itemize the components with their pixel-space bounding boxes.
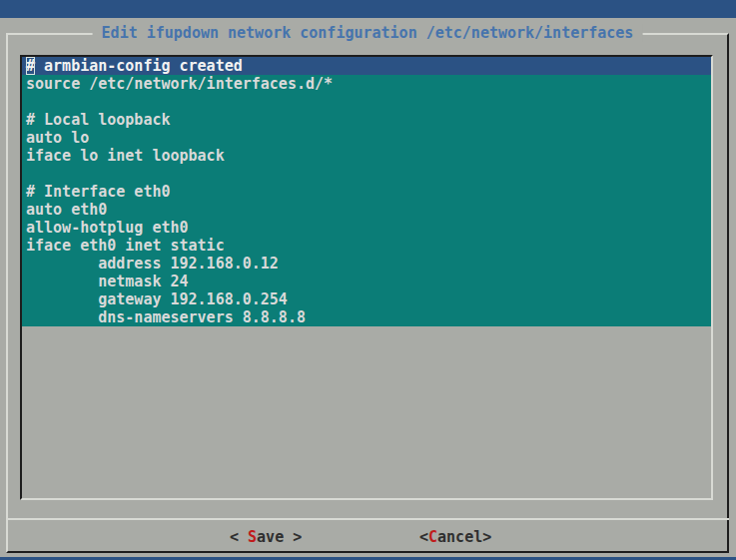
save-button-pre: <	[230, 528, 248, 546]
config-text-editor[interactable]: # armbian-config createdsource /etc/netw…	[20, 55, 713, 500]
dialog-title: Edit ifupdown network configuration /etc…	[93, 24, 643, 42]
save-button[interactable]: < Save >	[230, 528, 302, 546]
editor-lines: # armbian-config createdsource /etc/netw…	[22, 57, 711, 326]
editor-line[interactable]: auto lo	[22, 129, 711, 147]
desktop-top-bar	[0, 0, 736, 18]
text-cursor: #	[26, 57, 35, 75]
editor-line[interactable]: auto eth0	[22, 201, 711, 219]
save-button-post: ave >	[257, 528, 302, 546]
button-row-separator	[6, 518, 729, 520]
editor-line[interactable]: address 192.168.0.12	[22, 255, 711, 273]
cancel-button-accel: C	[428, 528, 437, 546]
cancel-button-post: ancel>	[437, 528, 491, 546]
editor-line[interactable]: netmask 24	[22, 273, 711, 290]
editor-line[interactable]: iface lo inet loopback	[22, 147, 711, 165]
cancel-button-pre: <	[419, 528, 428, 546]
editor-line[interactable]	[22, 93, 711, 111]
screen: { "screen": { "top_bar_color": "#2b5284"…	[0, 0, 736, 560]
editor-line[interactable]: gateway 192.168.0.254	[22, 290, 711, 308]
editor-line[interactable]: dns-nameservers 8.8.8.8	[22, 308, 711, 326]
editor-line[interactable]: allow-hotplug eth0	[22, 219, 711, 237]
editor-line[interactable]: # Interface eth0	[22, 183, 711, 201]
cancel-button[interactable]: <Cancel>	[419, 528, 491, 546]
editor-line[interactable]: # Local loopback	[22, 111, 711, 129]
editor-line[interactable]	[22, 165, 711, 183]
editor-line[interactable]: source /etc/network/interfaces.d/*	[22, 75, 711, 93]
edit-interfaces-dialog: Edit ifupdown network configuration /etc…	[6, 33, 729, 553]
editor-line[interactable]: # armbian-config created	[22, 57, 711, 75]
save-button-accel: S	[248, 528, 257, 546]
editor-line[interactable]: iface eth0 inet static	[22, 237, 711, 255]
